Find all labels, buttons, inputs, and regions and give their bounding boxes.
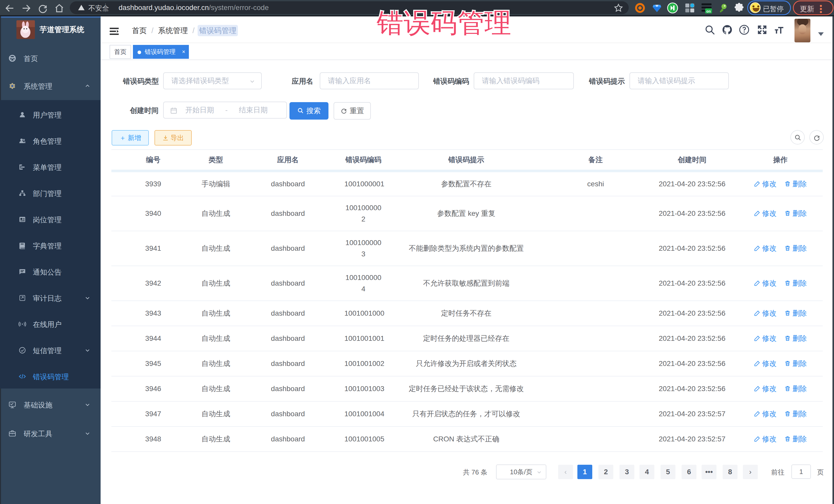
svg-text:错误码管理: 错误码管理 [376, 8, 511, 38]
svg-text:on: on [706, 9, 711, 13]
